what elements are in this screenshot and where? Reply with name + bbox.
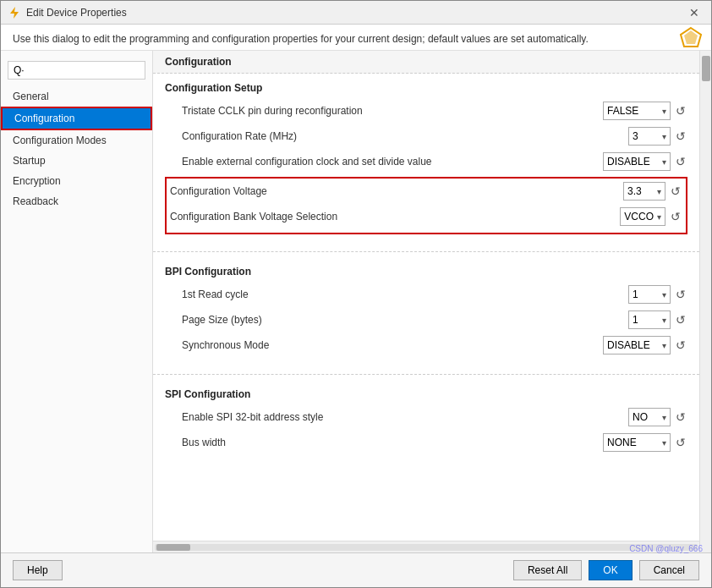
bus-width-label: Bus width — [165, 437, 603, 448]
spi-32bit-dropdown[interactable]: NO ▾ — [628, 408, 671, 426]
scrollbar-thumb-vertical[interactable] — [702, 56, 710, 81]
bus-width-arrow: ▾ — [662, 438, 666, 448]
horizontal-scrollbar[interactable] — [153, 541, 699, 552]
config-voltage-label: Configuration Voltage — [170, 185, 623, 197]
vivado-logo-icon — [679, 26, 703, 50]
tristate-cclk-control: FALSE ▾ ↺ — [603, 102, 687, 120]
title-bar: Edit Device Properties ✕ — [1, 1, 711, 25]
tristate-cclk-refresh[interactable]: ↺ — [674, 104, 687, 118]
watermark: CSDN @qluzy_666 — [629, 544, 703, 553]
synchronous-mode-arrow: ▾ — [662, 341, 666, 350]
spi-configuration-section: SPI Configuration Enable SPI 32-bit addr… — [153, 380, 699, 466]
search-input[interactable] — [8, 61, 145, 80]
config-voltage-row: Configuration Voltage 3.3 ▾ ↺ — [167, 180, 686, 202]
synchronous-mode-refresh[interactable]: ↺ — [674, 338, 687, 352]
config-voltage-control: 3.3 ▾ ↺ — [623, 182, 682, 201]
spi-configuration-title: SPI Configuration — [165, 388, 687, 400]
config-voltage-arrow: ▾ — [657, 187, 661, 196]
config-rate-dropdown[interactable]: 3 ▾ — [628, 127, 671, 146]
spi-32bit-control: NO ▾ ↺ — [628, 408, 687, 426]
scrollbar-track — [155, 544, 698, 551]
page-size-row: Page Size (bytes) 1 ▾ ↺ — [165, 310, 687, 330]
bus-width-dropdown[interactable]: NONE ▾ — [603, 433, 671, 452]
spi-32bit-row: Enable SPI 32-bit address style NO ▾ ↺ — [165, 407, 687, 427]
ext-config-clock-refresh[interactable]: ↺ — [674, 155, 687, 168]
config-voltage-refresh[interactable]: ↺ — [669, 184, 682, 198]
divider-2 — [153, 374, 699, 375]
config-bank-voltage-row: Configuration Bank Voltage Selection VCC… — [167, 206, 686, 228]
config-bank-voltage-refresh[interactable]: ↺ — [669, 210, 682, 223]
divider-1 — [153, 251, 699, 252]
sidebar-item-encryption[interactable]: Encryption — [1, 171, 152, 191]
bpi-configuration-title: BPI Configuration — [165, 266, 687, 278]
config-voltage-dropdown[interactable]: 3.3 ▾ — [623, 182, 665, 201]
app-icon — [8, 6, 21, 19]
configuration-setup-section: Configuration Setup Tristate CCLK pin du… — [153, 74, 699, 246]
highlighted-voltage-group: Configuration Voltage 3.3 ▾ ↺ C — [165, 177, 687, 234]
config-bank-voltage-dropdown[interactable]: VCCO ▾ — [620, 207, 665, 226]
first-read-cycle-control: 1 ▾ ↺ — [628, 285, 687, 304]
page-size-dropdown[interactable]: 1 ▾ — [628, 310, 671, 329]
vertical-scrollbar[interactable] — [699, 51, 711, 552]
ext-config-clock-control: DISABLE ▾ ↺ — [603, 152, 687, 171]
sidebar-item-startup[interactable]: Startup — [1, 151, 152, 171]
tristate-cclk-arrow: ▾ — [662, 107, 666, 116]
sidebar-item-configuration[interactable]: Configuration — [1, 107, 152, 130]
synchronous-mode-label: Synchronous Mode — [165, 339, 603, 351]
first-read-cycle-arrow: ▾ — [662, 290, 666, 299]
sidebar-item-general[interactable]: General — [1, 86, 152, 107]
ok-button[interactable]: OK — [589, 560, 632, 580]
ext-config-clock-row: Enable external configuration clock and … — [165, 151, 687, 172]
tristate-cclk-row: Tristate CCLK pin during reconfiguration… — [165, 101, 687, 121]
dialog-body: General Configuration Configuration Mode… — [1, 51, 711, 552]
config-rate-refresh[interactable]: ↺ — [674, 129, 687, 143]
close-button[interactable]: ✕ — [684, 5, 704, 20]
sidebar: General Configuration Configuration Mode… — [1, 51, 153, 552]
reset-all-button[interactable]: Reset All — [513, 560, 582, 580]
synchronous-mode-dropdown[interactable]: DISABLE ▾ — [603, 336, 671, 354]
title-text: Edit Device Properties — [26, 7, 127, 19]
config-bank-voltage-control: VCCO ▾ ↺ — [620, 207, 682, 226]
spi-32bit-label: Enable SPI 32-bit address style — [165, 411, 628, 423]
svg-marker-2 — [684, 30, 698, 44]
dialog-header: Use this dialog to edit the programming … — [1, 25, 711, 51]
sidebar-item-configuration-modes[interactable]: Configuration Modes — [1, 130, 152, 151]
tristate-cclk-dropdown[interactable]: FALSE ▾ — [603, 102, 671, 120]
ext-config-clock-label: Enable external configuration clock and … — [165, 156, 603, 168]
synchronous-mode-row: Synchronous Mode DISABLE ▾ ↺ — [165, 335, 687, 355]
first-read-cycle-refresh[interactable]: ↺ — [674, 288, 687, 301]
page-size-refresh[interactable]: ↺ — [674, 313, 687, 327]
cancel-button[interactable]: Cancel — [639, 560, 699, 580]
bus-width-refresh[interactable]: ↺ — [674, 436, 687, 449]
main-section-header: Configuration — [153, 51, 699, 74]
config-bank-voltage-arrow: ▾ — [657, 212, 661, 222]
tristate-cclk-label: Tristate CCLK pin during reconfiguration — [165, 105, 603, 117]
edit-device-properties-dialog: Edit Device Properties ✕ Use this dialog… — [0, 0, 712, 588]
first-read-cycle-label: 1st Read cycle — [165, 289, 628, 300]
title-bar-left: Edit Device Properties — [8, 6, 127, 19]
page-size-arrow: ▾ — [662, 316, 666, 325]
config-rate-control: 3 ▾ ↺ — [628, 127, 687, 146]
page-size-label: Page Size (bytes) — [165, 314, 628, 326]
help-button[interactable]: Help — [13, 560, 63, 580]
first-read-cycle-dropdown[interactable]: 1 ▾ — [628, 285, 671, 304]
spi-32bit-arrow: ▾ — [662, 413, 666, 422]
content-scroll[interactable]: Configuration Configuration Setup Trista… — [153, 51, 699, 541]
configuration-setup-title: Configuration Setup — [165, 82, 687, 94]
footer-right: Reset All OK Cancel — [513, 560, 699, 580]
scrollbar-thumb-horizontal[interactable] — [156, 544, 190, 551]
config-bank-voltage-label: Configuration Bank Voltage Selection — [170, 211, 620, 223]
ext-config-clock-arrow: ▾ — [662, 157, 666, 167]
bpi-configuration-section: BPI Configuration 1st Read cycle 1 ▾ ↺ — [153, 257, 699, 369]
dialog-footer: Help Reset All OK Cancel — [1, 552, 711, 587]
bus-width-row: Bus width NONE ▾ ↺ — [165, 432, 687, 453]
ext-config-clock-dropdown[interactable]: DISABLE ▾ — [603, 152, 671, 171]
first-read-cycle-row: 1st Read cycle 1 ▾ ↺ — [165, 284, 687, 305]
page-size-control: 1 ▾ ↺ — [628, 310, 687, 329]
config-rate-label: Configuration Rate (MHz) — [165, 130, 628, 142]
spi-32bit-refresh[interactable]: ↺ — [674, 410, 687, 424]
sidebar-item-readback[interactable]: Readback — [1, 191, 152, 212]
config-rate-arrow: ▾ — [662, 132, 666, 141]
config-rate-row: Configuration Rate (MHz) 3 ▾ ↺ — [165, 126, 687, 146]
synchronous-mode-control: DISABLE ▾ ↺ — [603, 336, 687, 354]
